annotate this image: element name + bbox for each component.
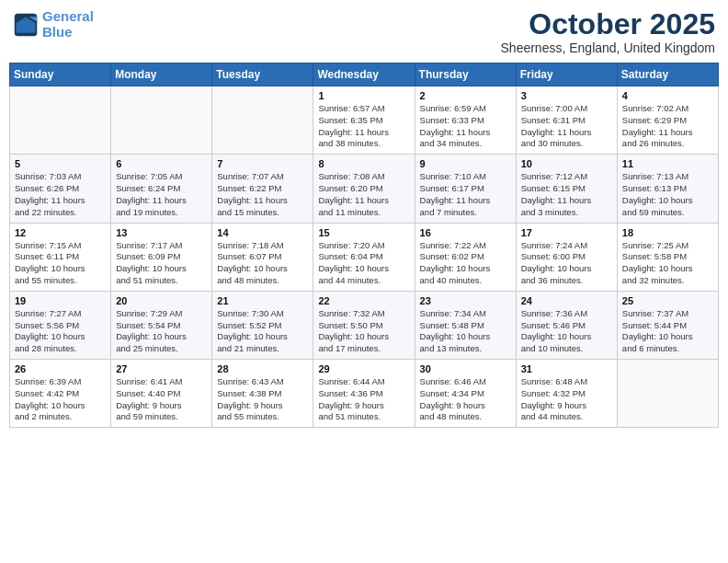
- table-row: 17Sunrise: 7:24 AM Sunset: 6:00 PM Dayli…: [516, 223, 617, 291]
- month-title: October 2025: [501, 9, 715, 39]
- table-row: 7Sunrise: 7:07 AM Sunset: 6:22 PM Daylig…: [212, 155, 313, 223]
- day-number: 4: [622, 90, 713, 101]
- table-row: 8Sunrise: 7:08 AM Sunset: 6:20 PM Daylig…: [313, 155, 415, 223]
- col-sunday: Sunday: [10, 63, 111, 86]
- table-row: 4Sunrise: 7:02 AM Sunset: 6:29 PM Daylig…: [617, 86, 718, 155]
- table-row: 11Sunrise: 7:13 AM Sunset: 6:13 PM Dayli…: [617, 155, 718, 223]
- table-row: 6Sunrise: 7:05 AM Sunset: 6:24 PM Daylig…: [111, 155, 212, 223]
- day-info: Sunrise: 7:34 AM Sunset: 5:48 PM Dayligh…: [420, 308, 511, 355]
- day-info: Sunrise: 7:07 AM Sunset: 6:22 PM Dayligh…: [217, 171, 308, 218]
- day-number: 30: [420, 363, 511, 374]
- title-block: October 2025 Sheerness, England, United …: [501, 9, 715, 55]
- day-info: Sunrise: 7:20 AM Sunset: 6:04 PM Dayligh…: [318, 240, 409, 287]
- table-row: 2Sunrise: 6:59 AM Sunset: 6:33 PM Daylig…: [415, 86, 516, 155]
- table-row: 24Sunrise: 7:36 AM Sunset: 5:46 PM Dayli…: [516, 291, 617, 359]
- day-number: 3: [521, 90, 612, 101]
- day-info: Sunrise: 7:00 AM Sunset: 6:31 PM Dayligh…: [521, 103, 612, 150]
- day-info: Sunrise: 7:02 AM Sunset: 6:29 PM Dayligh…: [622, 103, 713, 150]
- table-row: 5Sunrise: 7:03 AM Sunset: 6:26 PM Daylig…: [10, 155, 111, 223]
- table-row: 9Sunrise: 7:10 AM Sunset: 6:17 PM Daylig…: [415, 155, 516, 223]
- day-info: Sunrise: 7:29 AM Sunset: 5:54 PM Dayligh…: [116, 308, 207, 355]
- col-friday: Friday: [516, 63, 617, 86]
- day-number: 9: [420, 158, 511, 169]
- day-number: 28: [217, 363, 308, 374]
- logo-line2: Blue: [42, 24, 73, 40]
- page-header: General Blue October 2025 Sheerness, Eng…: [9, 9, 719, 55]
- table-row: 18Sunrise: 7:25 AM Sunset: 5:58 PM Dayli…: [617, 223, 718, 291]
- day-number: 16: [420, 227, 511, 238]
- calendar-week-row: 19Sunrise: 7:27 AM Sunset: 5:56 PM Dayli…: [10, 291, 719, 359]
- table-row: [212, 86, 313, 155]
- day-number: 8: [318, 158, 409, 169]
- logo-text: General Blue: [42, 9, 94, 40]
- day-info: Sunrise: 7:30 AM Sunset: 5:52 PM Dayligh…: [217, 308, 308, 355]
- col-wednesday: Wednesday: [313, 63, 415, 86]
- col-saturday: Saturday: [617, 63, 718, 86]
- day-info: Sunrise: 7:32 AM Sunset: 5:50 PM Dayligh…: [318, 308, 409, 355]
- calendar-week-row: 5Sunrise: 7:03 AM Sunset: 6:26 PM Daylig…: [10, 155, 719, 223]
- day-info: Sunrise: 6:48 AM Sunset: 4:32 PM Dayligh…: [521, 376, 612, 423]
- day-number: 25: [622, 295, 713, 306]
- logo: General Blue: [13, 9, 94, 40]
- logo-line1: General: [42, 8, 94, 24]
- day-number: 11: [622, 158, 713, 169]
- day-info: Sunrise: 7:25 AM Sunset: 5:58 PM Dayligh…: [622, 240, 713, 287]
- table-row: 30Sunrise: 6:46 AM Sunset: 4:34 PM Dayli…: [415, 360, 516, 428]
- table-row: 13Sunrise: 7:17 AM Sunset: 6:09 PM Dayli…: [111, 223, 212, 291]
- day-info: Sunrise: 7:03 AM Sunset: 6:26 PM Dayligh…: [15, 171, 106, 218]
- table-row: 19Sunrise: 7:27 AM Sunset: 5:56 PM Dayli…: [10, 291, 111, 359]
- table-row: 28Sunrise: 6:43 AM Sunset: 4:38 PM Dayli…: [212, 360, 313, 428]
- col-thursday: Thursday: [415, 63, 516, 86]
- col-tuesday: Tuesday: [212, 63, 313, 86]
- day-number: 22: [318, 295, 409, 306]
- table-row: 1Sunrise: 6:57 AM Sunset: 6:35 PM Daylig…: [313, 86, 415, 155]
- day-info: Sunrise: 7:36 AM Sunset: 5:46 PM Dayligh…: [521, 308, 612, 355]
- table-row: 29Sunrise: 6:44 AM Sunset: 4:36 PM Dayli…: [313, 360, 415, 428]
- table-row: 20Sunrise: 7:29 AM Sunset: 5:54 PM Dayli…: [111, 291, 212, 359]
- table-row: 27Sunrise: 6:41 AM Sunset: 4:40 PM Dayli…: [111, 360, 212, 428]
- table-row: 3Sunrise: 7:00 AM Sunset: 6:31 PM Daylig…: [516, 86, 617, 155]
- day-info: Sunrise: 6:41 AM Sunset: 4:40 PM Dayligh…: [116, 376, 207, 423]
- table-row: 15Sunrise: 7:20 AM Sunset: 6:04 PM Dayli…: [313, 223, 415, 291]
- day-info: Sunrise: 6:46 AM Sunset: 4:34 PM Dayligh…: [420, 376, 511, 423]
- calendar-table: Sunday Monday Tuesday Wednesday Thursday…: [9, 63, 719, 428]
- day-number: 18: [622, 227, 713, 238]
- day-number: 15: [318, 227, 409, 238]
- day-number: 27: [116, 363, 207, 374]
- day-number: 10: [521, 158, 612, 169]
- day-info: Sunrise: 7:27 AM Sunset: 5:56 PM Dayligh…: [15, 308, 106, 355]
- logo-icon: [13, 12, 39, 38]
- calendar-week-row: 1Sunrise: 6:57 AM Sunset: 6:35 PM Daylig…: [10, 86, 719, 155]
- table-row: 23Sunrise: 7:34 AM Sunset: 5:48 PM Dayli…: [415, 291, 516, 359]
- day-number: 23: [420, 295, 511, 306]
- day-number: 24: [521, 295, 612, 306]
- day-info: Sunrise: 7:18 AM Sunset: 6:07 PM Dayligh…: [217, 240, 308, 287]
- day-info: Sunrise: 7:12 AM Sunset: 6:15 PM Dayligh…: [521, 171, 612, 218]
- day-number: 17: [521, 227, 612, 238]
- table-row: 21Sunrise: 7:30 AM Sunset: 5:52 PM Dayli…: [212, 291, 313, 359]
- day-number: 1: [318, 90, 409, 101]
- col-monday: Monday: [111, 63, 212, 86]
- table-row: 26Sunrise: 6:39 AM Sunset: 4:42 PM Dayli…: [10, 360, 111, 428]
- day-info: Sunrise: 7:05 AM Sunset: 6:24 PM Dayligh…: [116, 171, 207, 218]
- day-info: Sunrise: 6:59 AM Sunset: 6:33 PM Dayligh…: [420, 103, 511, 150]
- table-row: 12Sunrise: 7:15 AM Sunset: 6:11 PM Dayli…: [10, 223, 111, 291]
- table-row: [10, 86, 111, 155]
- table-row: [617, 360, 718, 428]
- day-number: 14: [217, 227, 308, 238]
- table-row: 25Sunrise: 7:37 AM Sunset: 5:44 PM Dayli…: [617, 291, 718, 359]
- day-info: Sunrise: 7:37 AM Sunset: 5:44 PM Dayligh…: [622, 308, 713, 355]
- table-row: 10Sunrise: 7:12 AM Sunset: 6:15 PM Dayli…: [516, 155, 617, 223]
- day-info: Sunrise: 7:15 AM Sunset: 6:11 PM Dayligh…: [15, 240, 106, 287]
- table-row: [111, 86, 212, 155]
- day-number: 20: [116, 295, 207, 306]
- day-info: Sunrise: 7:10 AM Sunset: 6:17 PM Dayligh…: [420, 171, 511, 218]
- day-number: 6: [116, 158, 207, 169]
- calendar-header-row: Sunday Monday Tuesday Wednesday Thursday…: [10, 63, 719, 86]
- location-title: Sheerness, England, United Kingdom: [501, 40, 715, 55]
- calendar-week-row: 26Sunrise: 6:39 AM Sunset: 4:42 PM Dayli…: [10, 360, 719, 428]
- day-number: 12: [15, 227, 106, 238]
- day-number: 21: [217, 295, 308, 306]
- day-info: Sunrise: 7:24 AM Sunset: 6:00 PM Dayligh…: [521, 240, 612, 287]
- day-number: 5: [15, 158, 106, 169]
